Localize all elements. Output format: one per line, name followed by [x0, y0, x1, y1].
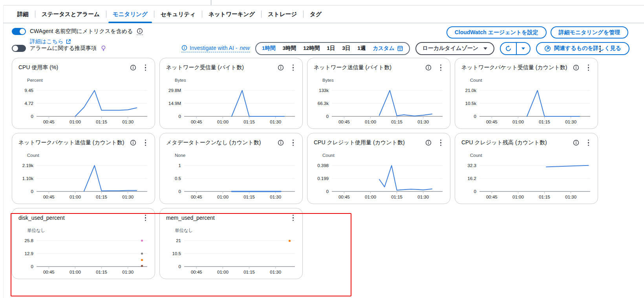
time-range-12時間[interactable]: 12時間 [300, 45, 323, 52]
chart-card-network-in: ネットワーク受信量 (バイト数) Bytes29.8M14.9M000:4501… [159, 58, 303, 129]
chart-plot-mem-used-percent[interactable]: 単位なし2110.5000:4501:0001:1501:30 [164, 224, 299, 276]
configure-cloudwatch-agent-button[interactable]: CloudWatch エージェントを設定 [446, 26, 547, 39]
chart-kebab-menu[interactable] [143, 63, 149, 73]
tab-networking[interactable]: ネットワーキング [202, 6, 261, 23]
info-icon[interactable] [278, 64, 284, 71]
chart-plot-network-out[interactable]: Bytes133k66.3k000:4501:0001:1501:30 [311, 74, 447, 126]
chart-kebab-menu[interactable] [290, 63, 296, 73]
svg-text:単位なし: 単位なし [175, 228, 193, 233]
svg-text:0: 0 [474, 114, 476, 119]
time-range-1週[interactable]: 1週 [354, 45, 369, 52]
cwagent-metrics-toggle[interactable] [12, 28, 26, 35]
tab-security[interactable]: セキュリティ [154, 6, 202, 23]
controls-kebab-menu[interactable] [597, 44, 603, 54]
info-icon[interactable] [130, 140, 136, 146]
explore-related-label: 関連するものを詳しく見る [554, 45, 621, 52]
time-range-1日[interactable]: 1日 [323, 45, 338, 52]
chart-title-network-in: ネットワーク受信量 (バイト数) [166, 64, 244, 71]
investigate-with-ai-link[interactable]: Investigate with AI - new [181, 45, 250, 52]
chart-card-mem-used-percent: mem_used_percent 単位なし2110.5000:4501:0001… [159, 208, 303, 279]
chart-plot-cpu-utilization[interactable]: Percent9.454.72000:4501:0001:1501:30 [16, 74, 152, 126]
chart-card-network-packets-out: ネットワークパケット送信量 (カウント数) Count2.19k1.10k000… [12, 133, 155, 204]
chart-kebab-menu[interactable] [290, 138, 296, 148]
external-link-icon [66, 39, 71, 44]
svg-text:21.0k: 21.0k [465, 88, 476, 93]
details-link[interactable]: 詳細はこちら [30, 38, 71, 45]
chart-title-network-out: ネットワーク送信量 (バイト数) [314, 64, 392, 71]
tab-status-alarms[interactable]: ステータスとアラーム [35, 6, 106, 23]
explore-related-button[interactable]: 関連するものを詳しく見る [536, 42, 629, 55]
chart-card-network-out: ネットワーク送信量 (バイト数) Bytes133k66.3k000:4501:… [307, 58, 450, 129]
svg-text:01:00: 01:00 [217, 195, 229, 199]
alarm-recommendations-toggle[interactable] [12, 45, 26, 52]
time-range-3時間[interactable]: 3時間 [279, 45, 300, 52]
svg-text:133k: 133k [319, 88, 329, 93]
time-range-3日[interactable]: 3日 [338, 45, 354, 52]
timezone-dropdown[interactable]: ローカルタイムゾーン [415, 42, 494, 55]
svg-text:Count: Count [322, 153, 335, 158]
timezone-dropdown-label: ローカルタイムゾーン [422, 45, 478, 52]
chart-kebab-menu[interactable] [438, 138, 444, 148]
svg-text:01:15: 01:15 [96, 270, 107, 274]
svg-text:1.10k: 1.10k [22, 176, 33, 181]
chart-kebab-menu[interactable] [143, 213, 149, 223]
svg-text:0.199: 0.199 [317, 176, 329, 181]
svg-text:2.19k: 2.19k [22, 163, 33, 168]
refresh-split-button [500, 42, 531, 55]
chart-plot-metadata-no-token[interactable]: None10.5000:4501:0001:1501:30 [164, 149, 299, 201]
svg-text:00:45: 00:45 [338, 195, 350, 199]
svg-text:0: 0 [179, 264, 181, 269]
chevron-down-icon [483, 47, 488, 50]
info-icon[interactable] [573, 140, 579, 146]
chart-kebab-menu[interactable] [585, 138, 592, 148]
controls-row: Investigate with AI - new 1時間3時間12時間1日3日… [181, 42, 629, 55]
info-icon[interactable] [573, 64, 579, 71]
chart-kebab-menu[interactable] [290, 213, 296, 223]
chart-title-metadata-no-token: メタデータトークンなし (カウント数) [166, 139, 261, 146]
info-icon[interactable] [425, 64, 432, 71]
investigate-label: Investigate with AI - [190, 45, 237, 51]
explore-related-icon [544, 45, 551, 52]
manage-detailed-monitoring-button[interactable]: 詳細モニタリングを管理 [551, 26, 628, 39]
time-range-custom[interactable]: カスタム [369, 45, 407, 52]
refresh-options-button[interactable] [517, 43, 530, 54]
svg-text:01:15: 01:15 [391, 120, 402, 124]
lightbulb-icon [101, 45, 106, 52]
tab-storage[interactable]: ストレージ [262, 6, 303, 23]
chart-kebab-menu[interactable] [438, 63, 444, 73]
svg-text:01:30: 01:30 [417, 120, 429, 124]
time-range-1時間[interactable]: 1時間 [258, 45, 279, 52]
chart-plot-disk-used-percent[interactable]: 単位なし25.812.9000:4501:0001:1501:30 [16, 224, 152, 276]
chart-kebab-menu[interactable] [585, 63, 592, 73]
refresh-button[interactable] [501, 43, 516, 54]
chart-plot-network-packets-in[interactable]: Count21.0k10.5k000:4501:0001:1501:30 [459, 74, 595, 126]
svg-text:25.8: 25.8 [25, 238, 33, 243]
chart-title-network-packets-in: ネットワークパケット受信量 (カウント数) [461, 64, 567, 71]
tab-monitoring[interactable]: モニタリング [106, 6, 154, 23]
tab-tags[interactable]: タグ [304, 6, 328, 23]
chart-card-cpu-credit-usage: CPU クレジット使用量 (カウント数) Count0.3980.199000:… [307, 133, 450, 204]
left-panel-divider [3, 5, 4, 298]
svg-text:00:45: 00:45 [43, 270, 55, 274]
info-icon[interactable] [425, 140, 432, 146]
info-icon[interactable] [137, 28, 143, 35]
info-icon[interactable] [278, 140, 284, 146]
tab-details[interactable]: 詳細 [11, 6, 35, 23]
chart-plot-network-in[interactable]: Bytes29.8M14.9M000:4501:0001:1501:30 [164, 74, 299, 126]
chart-plot-cpu-credit-usage[interactable]: Count0.3980.199000:4501:0001:1501:30 [311, 149, 447, 201]
chart-title-cpu-credit-balance: CPU クレジット残高 (カウント数) [461, 139, 547, 146]
svg-text:01:15: 01:15 [243, 195, 255, 199]
configure-cloudwatch-agent-label: CloudWatch エージェントを設定 [455, 29, 538, 36]
svg-text:01:30: 01:30 [122, 270, 134, 274]
svg-text:01:30: 01:30 [417, 195, 429, 199]
svg-text:01:15: 01:15 [243, 270, 255, 274]
chart-kebab-menu[interactable] [143, 138, 149, 148]
chart-plot-network-packets-out[interactable]: Count2.19k1.10k000:4501:0001:1501:30 [16, 149, 152, 201]
info-icon[interactable] [130, 64, 136, 71]
chart-card-cpu-utilization: CPU 使用率 (%) Percent9.454.72000:4501:0001… [12, 58, 155, 129]
svg-text:01:00: 01:00 [217, 270, 229, 274]
svg-text:00:45: 00:45 [191, 270, 202, 274]
svg-text:0: 0 [326, 189, 329, 194]
chart-plot-cpu-credit-balance[interactable]: Count32.316.2000:4501:0001:1501:30 [459, 149, 595, 201]
svg-text:16.2: 16.2 [468, 176, 476, 181]
